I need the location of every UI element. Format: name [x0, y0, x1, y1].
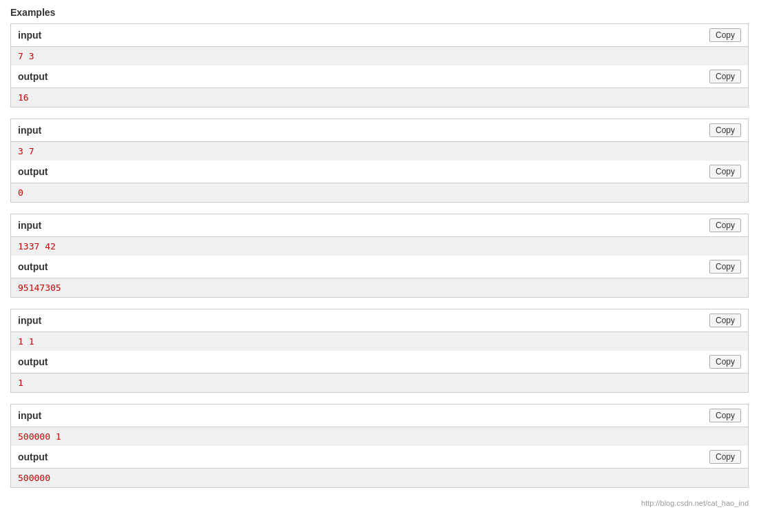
input-value-5: 500000 1 [11, 427, 748, 446]
input-label-2: input [18, 125, 41, 136]
input-header-3: input Copy [11, 214, 748, 237]
output-header-5: output Copy [11, 446, 748, 469]
example-block-3: input Copy 1337 42 output Copy 95147305 [10, 214, 749, 298]
copy-output-button-2[interactable]: Copy [709, 165, 741, 178]
example-block-4: input Copy 1 1 output Copy 1 [10, 309, 749, 393]
output-header-3: output Copy [11, 256, 748, 278]
input-header-1: input Copy [11, 24, 748, 47]
input-label-5: input [18, 410, 41, 421]
copy-input-button-2[interactable]: Copy [709, 123, 741, 137]
output-value-5: 500000 [11, 469, 748, 487]
output-label-5: output [18, 451, 48, 462]
footer-url: http://blog.csdn.net/cat_hao_ind [10, 499, 749, 507]
input-value-3: 1337 42 [11, 237, 748, 256]
output-value-4: 1 [11, 374, 748, 392]
input-value-4: 1 1 [11, 332, 748, 351]
input-value-1: 7 3 [11, 47, 748, 65]
output-header-4: output Copy [11, 351, 748, 374]
output-label-2: output [18, 166, 48, 177]
output-header-1: output Copy [11, 65, 748, 88]
input-header-4: input Copy [11, 309, 748, 332]
output-value-1: 16 [11, 88, 748, 107]
input-label-4: input [18, 315, 41, 326]
input-header-2: input Copy [11, 119, 748, 142]
copy-input-button-1[interactable]: Copy [709, 28, 741, 42]
input-header-5: input Copy [11, 405, 748, 427]
copy-input-button-5[interactable]: Copy [709, 409, 741, 422]
output-header-2: output Copy [11, 161, 748, 183]
example-block-1: input Copy 7 3 output Copy 16 [10, 23, 749, 108]
input-label-3: input [18, 220, 41, 231]
copy-output-button-4[interactable]: Copy [709, 355, 741, 369]
input-value-2: 3 7 [11, 142, 748, 161]
copy-input-button-4[interactable]: Copy [709, 314, 741, 327]
copy-output-button-1[interactable]: Copy [709, 70, 741, 83]
output-label-1: output [18, 71, 48, 82]
output-value-2: 0 [11, 183, 748, 202]
page-title: Examples [10, 7, 749, 18]
copy-output-button-5[interactable]: Copy [709, 450, 741, 464]
copy-input-button-3[interactable]: Copy [709, 218, 741, 232]
output-label-4: output [18, 356, 48, 367]
output-label-3: output [18, 261, 48, 272]
example-block-2: input Copy 3 7 output Copy 0 [10, 119, 749, 203]
output-value-3: 95147305 [11, 278, 748, 297]
input-label-1: input [18, 30, 41, 41]
example-block-5: input Copy 500000 1 output Copy 500000 [10, 404, 749, 488]
copy-output-button-3[interactable]: Copy [709, 260, 741, 274]
